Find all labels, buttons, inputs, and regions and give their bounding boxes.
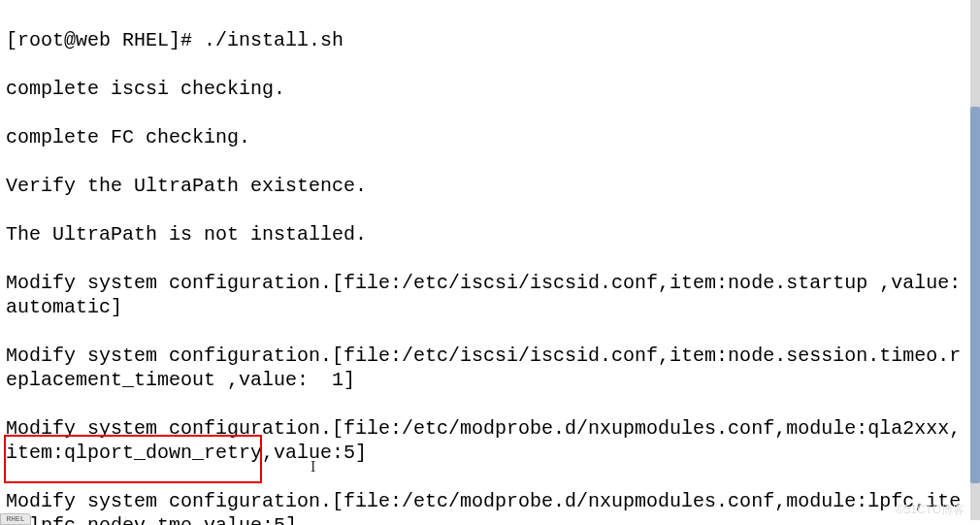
terminal-line: Modify system configuration.[file:/etc/i… [6, 344, 968, 392]
terminal-line: [root@web RHEL]# ./install.sh [6, 28, 968, 52]
terminal-line: Modify system configuration.[file:/etc/i… [6, 271, 968, 319]
tab-label[interactable]: RHEL [0, 513, 31, 525]
terminal-line: Modify system configuration.[file:/etc/m… [6, 416, 968, 465]
terminal-line: complete iscsi checking. [6, 77, 968, 101]
terminal-line: complete FC checking. [6, 125, 968, 149]
watermark: ©51CTO博客 [896, 503, 964, 517]
terminal-line: Verify the UltraPath existence. [6, 174, 968, 198]
terminal-line: Modify system configuration.[file:/etc/m… [6, 489, 968, 525]
terminal-output[interactable]: [root@web RHEL]# ./install.sh complete i… [0, 0, 970, 525]
scrollbar-thumb[interactable] [970, 107, 980, 483]
terminal-line: The UltraPath is not installed. [6, 222, 968, 246]
